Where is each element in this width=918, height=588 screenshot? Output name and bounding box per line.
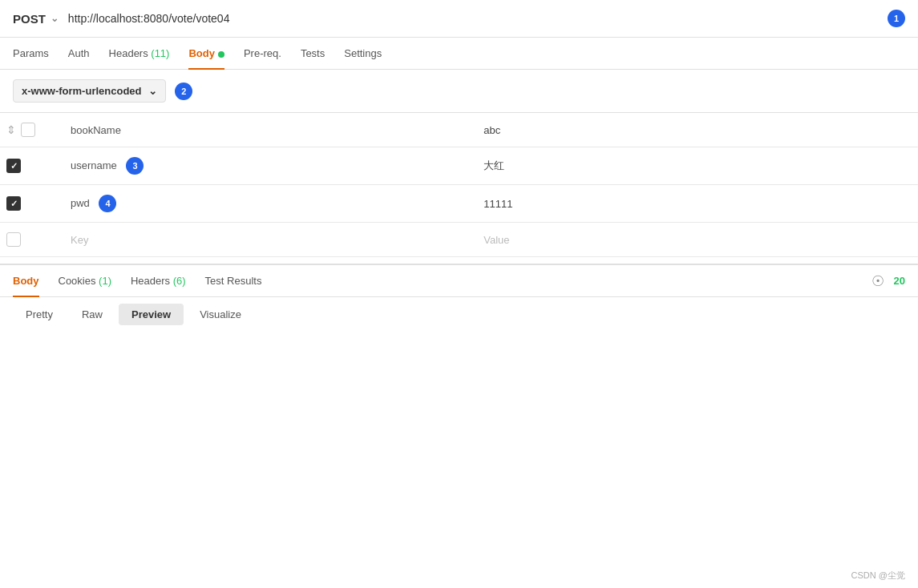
row-controls-1: ✓ — [0, 147, 64, 185]
tab-params[interactable]: Params — [13, 38, 49, 69]
value-cell-0[interactable]: abc — [477, 113, 918, 147]
url-badge-1: 1 — [888, 10, 905, 27]
response-tab-headers[interactable]: Headers (6) — [131, 265, 186, 296]
method-label: POST — [13, 12, 46, 26]
tab-body[interactable]: Body — [188, 38, 224, 69]
row-checkbox-1[interactable]: ✓ — [6, 159, 21, 173]
key-badge-3: 3 — [126, 157, 144, 175]
body-badge-2: 2 — [175, 83, 192, 100]
body-type-label: x-www-form-urlencoded — [22, 85, 142, 97]
tab-tests[interactable]: Tests — [301, 38, 325, 69]
format-tab-preview[interactable]: Preview — [119, 304, 184, 325]
body-type-selector[interactable]: x-www-form-urlencoded ⌄ — [13, 79, 166, 103]
body-type-row: x-www-form-urlencoded ⌄ 2 — [0, 70, 918, 113]
key-badge-4: 4 — [99, 195, 116, 212]
status-code: 20 — [894, 275, 905, 287]
status-area: ☉ 20 — [871, 272, 905, 290]
value-cell-2[interactable]: 11111 — [477, 185, 918, 223]
url-bar: POST ⌄ 1 — [0, 0, 918, 38]
row-checkbox-3[interactable] — [6, 232, 21, 247]
url-input[interactable] — [68, 12, 878, 25]
table-row: ⇕ bookName abc — [0, 113, 918, 147]
tab-headers[interactable]: Headers (11) — [109, 38, 170, 69]
row-controls-2: ✓ — [0, 185, 64, 223]
row-checkbox-0[interactable] — [21, 123, 35, 137]
body-type-chevron: ⌄ — [148, 85, 157, 97]
row-controls-3 — [0, 223, 64, 257]
response-tab-cookies[interactable]: Cookies (1) — [59, 265, 111, 296]
sort-icon[interactable]: ⇕ — [6, 123, 16, 136]
response-tab-body[interactable]: Body — [13, 265, 39, 296]
key-cell-3[interactable]: Key — [64, 223, 477, 257]
key-cell-0[interactable]: bookName — [64, 113, 477, 147]
value-cell-3[interactable]: Value — [477, 223, 918, 257]
format-tab-pretty[interactable]: Pretty — [13, 304, 66, 325]
table-row: ✓ pwd 4 11111 — [0, 185, 918, 223]
response-section: Body Cookies (1) Headers (6) Test Result… — [0, 264, 918, 332]
key-cell-1[interactable]: username 3 — [64, 147, 477, 185]
format-tabs: Pretty Raw Preview Visualize — [0, 297, 918, 332]
tab-prereq[interactable]: Pre-req. — [244, 38, 281, 69]
tab-settings[interactable]: Settings — [344, 38, 382, 69]
body-active-dot — [218, 51, 224, 58]
method-selector[interactable]: POST ⌄ — [13, 12, 59, 26]
main-tabs: Params Auth Headers (11) Body Pre-req. T… — [0, 38, 918, 70]
format-tab-raw[interactable]: Raw — [69, 304, 115, 325]
row-controls-0: ⇕ — [0, 113, 64, 147]
value-cell-1[interactable]: 大红 — [477, 147, 918, 185]
row-checkbox-2[interactable]: ✓ — [6, 196, 21, 211]
method-chevron-icon: ⌄ — [51, 13, 59, 24]
table-row: Key Value — [0, 223, 918, 257]
response-tabs: Body Cookies (1) Headers (6) Test Result… — [0, 265, 918, 297]
format-tab-visualize[interactable]: Visualize — [187, 304, 254, 325]
params-table: ⇕ bookName abc ✓ username 3 — [0, 113, 918, 257]
response-tab-test-results[interactable]: Test Results — [205, 265, 262, 296]
table-row: ✓ username 3 大红 — [0, 147, 918, 185]
globe-icon: ☉ — [871, 272, 884, 290]
tab-auth[interactable]: Auth — [68, 38, 90, 69]
key-cell-2[interactable]: pwd 4 — [64, 185, 477, 223]
